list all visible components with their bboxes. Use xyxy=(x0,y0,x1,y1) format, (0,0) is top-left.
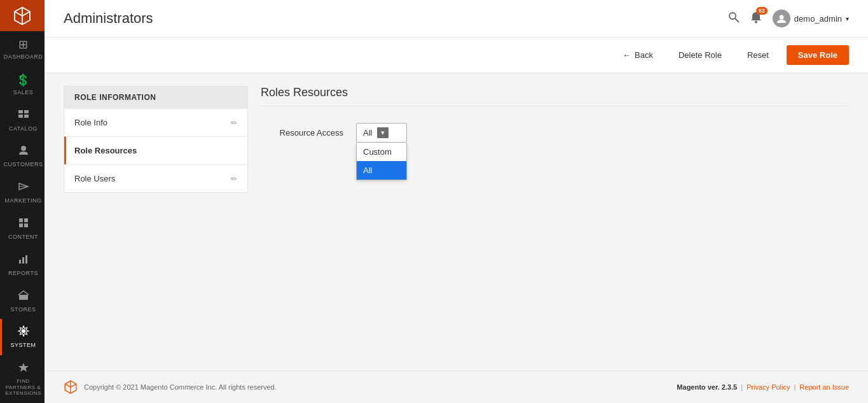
page-header: Administrators 63 xyxy=(45,0,868,38)
svg-rect-3 xyxy=(18,115,23,118)
sidebar-item-stores[interactable]: STORES xyxy=(0,283,45,320)
customers-icon xyxy=(18,145,29,159)
edit-icon: ✏ xyxy=(231,118,237,127)
sidebar-item-marketing[interactable]: MARKETING xyxy=(0,174,45,211)
svg-line-19 xyxy=(735,18,739,22)
sidebar-logo[interactable] xyxy=(0,0,45,31)
role-users-item[interactable]: Role Users ✏ xyxy=(64,164,247,192)
sidebar-item-catalog[interactable]: CATALOG xyxy=(0,103,45,139)
sidebar-item-content[interactable]: CONTENT xyxy=(0,211,45,247)
back-label: Back xyxy=(635,50,653,60)
dropdown-list: Custom All xyxy=(356,143,407,180)
sidebar-item-sales[interactable]: 💲 SALES xyxy=(0,67,45,103)
role-information-panel: ROLE INFORMATION Role Info ✏ Role Resour… xyxy=(64,86,248,193)
right-panel: Roles Resources Resource Access All ▾ Cu… xyxy=(261,86,849,358)
sidebar-item-find-partners[interactable]: FIND PARTNERS & EXTENSIONS xyxy=(0,355,45,403)
sidebar-item-reports[interactable]: REPORTS xyxy=(0,247,45,283)
delete-role-button[interactable]: Delete Role xyxy=(671,46,729,64)
sidebar-item-label: SALES xyxy=(13,89,34,96)
edit-icon: ✏ xyxy=(231,174,237,183)
content-icon xyxy=(18,217,29,232)
sidebar-item-label: FIND PARTNERS & EXTENSIONS xyxy=(4,378,42,397)
username-label: demo_admin xyxy=(794,14,842,24)
role-users-label: Role Users xyxy=(74,174,115,183)
notification-badge: 63 xyxy=(756,7,768,15)
copyright-text: Copyright © 2021 Magento Commerce Inc. A… xyxy=(84,383,277,391)
left-panel: ROLE INFORMATION Role Info ✏ Role Resour… xyxy=(64,86,248,358)
content-area: ROLE INFORMATION Role Info ✏ Role Resour… xyxy=(45,73,868,371)
svg-point-20 xyxy=(755,20,757,23)
role-resources-label: Role Resources xyxy=(74,146,137,155)
magento-logo-icon xyxy=(13,6,32,25)
dropdown-arrow-button[interactable]: ▾ xyxy=(377,127,389,138)
footer-left: Copyright © 2021 Magento Commerce Inc. A… xyxy=(64,380,277,394)
privacy-policy-link[interactable]: Privacy Policy xyxy=(747,383,790,391)
catalog-icon xyxy=(18,109,29,124)
svg-rect-9 xyxy=(24,218,28,222)
save-role-button[interactable]: Save Role xyxy=(787,45,849,65)
back-button[interactable]: ← Back xyxy=(615,46,661,64)
dropdown-option-custom[interactable]: Custom xyxy=(357,143,406,161)
reports-icon xyxy=(18,253,29,268)
toolbar: ← Back Delete Role Reset Save Role xyxy=(45,38,868,73)
notification-button[interactable]: 63 xyxy=(750,11,762,27)
footer-separator2: | xyxy=(794,383,796,391)
svg-rect-10 xyxy=(19,223,23,227)
dropdown-trigger[interactable]: All ▾ xyxy=(356,123,407,143)
svg-rect-11 xyxy=(24,223,28,227)
svg-marker-17 xyxy=(18,363,29,372)
svg-rect-1 xyxy=(18,110,23,113)
page-title: Administrators xyxy=(64,10,153,27)
svg-point-21 xyxy=(779,15,783,20)
footer-separator: | xyxy=(741,383,743,391)
role-resources-item[interactable]: Role Resources xyxy=(64,136,247,164)
sidebar-item-system[interactable]: SYSTEM xyxy=(0,319,45,355)
resource-access-label: Resource Access xyxy=(261,128,343,138)
svg-rect-14 xyxy=(25,255,27,264)
footer: Copyright © 2021 Magento Commerce Inc. A… xyxy=(45,371,868,403)
svg-point-18 xyxy=(729,13,736,19)
sidebar-item-label: CATALOG xyxy=(9,125,38,132)
marketing-icon xyxy=(18,181,29,195)
sidebar-item-label: MARKETING xyxy=(4,197,41,204)
svg-rect-12 xyxy=(19,260,21,264)
report-issue-link[interactable]: Report an Issue xyxy=(799,383,849,391)
footer-brand: Magento ver. 2.3.5 xyxy=(677,383,737,391)
save-role-label: Save Role xyxy=(798,50,837,60)
search-button[interactable] xyxy=(728,11,740,26)
reset-label: Reset xyxy=(747,50,769,60)
find-partners-icon xyxy=(18,362,29,376)
sidebar-item-dashboard[interactable]: ⊞ DASHBOARD xyxy=(0,31,45,67)
user-menu[interactable]: demo_admin ▾ xyxy=(773,10,849,27)
sidebar-item-label: REPORTS xyxy=(8,270,38,277)
resource-access-dropdown[interactable]: All ▾ Custom All xyxy=(356,123,407,143)
dashboard-icon: ⊞ xyxy=(18,38,29,52)
header-actions: 63 demo_admin ▾ xyxy=(728,10,849,27)
search-icon xyxy=(728,11,740,23)
roles-resources-title: Roles Resources xyxy=(261,86,849,106)
sales-icon: 💲 xyxy=(16,73,31,87)
svg-rect-4 xyxy=(24,115,29,118)
main-content: Administrators 63 xyxy=(45,0,868,403)
reset-button[interactable]: Reset xyxy=(740,46,776,64)
sidebar-item-label: SYSTEM xyxy=(10,342,36,349)
footer-right: Magento ver. 2.3.5 | Privacy Policy | Re… xyxy=(677,383,849,391)
user-avatar-icon xyxy=(776,13,787,24)
sidebar-item-label: CONTENT xyxy=(8,234,38,241)
stores-icon xyxy=(18,290,29,304)
dropdown-current-value: All xyxy=(363,128,372,138)
role-info-item[interactable]: Role Info ✏ xyxy=(64,108,247,136)
svg-rect-8 xyxy=(19,218,23,222)
avatar xyxy=(773,10,790,27)
role-info-label: Role Info xyxy=(74,118,107,127)
sidebar-item-label: CUSTOMERS xyxy=(4,161,43,168)
sidebar-item-label: STORES xyxy=(11,306,36,313)
system-icon xyxy=(18,325,29,340)
sidebar-item-label: DASHBOARD xyxy=(4,53,43,60)
dropdown-option-all[interactable]: All xyxy=(357,161,406,180)
svg-rect-13 xyxy=(22,257,24,264)
footer-logo-icon xyxy=(64,380,78,394)
delete-role-label: Delete Role xyxy=(679,50,722,60)
resource-access-row: Resource Access All ▾ Custom All xyxy=(261,117,849,149)
sidebar-item-customers[interactable]: CUSTOMERS xyxy=(0,138,45,174)
